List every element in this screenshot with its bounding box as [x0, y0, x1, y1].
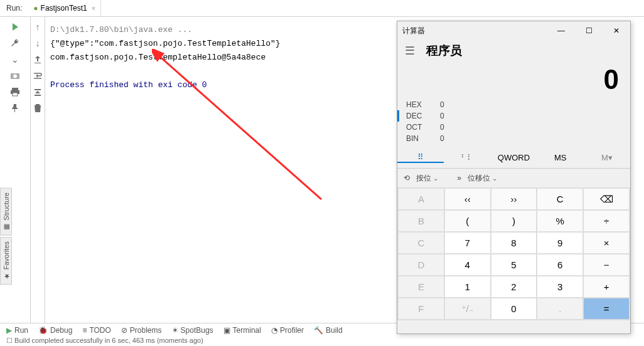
status-bar: ☐ Build completed successfully in 6 sec,… [0, 335, 644, 346]
svg-rect-4 [13, 93, 18, 96]
run-tab-icon: ● [33, 4, 38, 13]
hamburger-icon[interactable]: ☰ [405, 45, 415, 56]
key-B[interactable]: B [399, 211, 444, 231]
keypad: A ‹‹ ›› C ⌫ B ( ) % ÷ C 7 8 9 × D 4 5 6 … [397, 187, 630, 320]
wrench-icon[interactable] [10, 38, 20, 48]
printer-icon[interactable] [10, 87, 20, 97]
shift-icon: » [457, 174, 461, 182]
view-ms[interactable]: MS [537, 153, 584, 162]
key-lparen[interactable]: ( [445, 211, 490, 231]
bitwise-icon: ⟲ [404, 174, 410, 182]
export-icon[interactable] [33, 55, 43, 65]
number-bases: HEX0 DEC0 OCT0 BIN0 [397, 98, 630, 147]
base-bin[interactable]: BIN0 [406, 133, 621, 144]
base-hex[interactable]: HEX0 [406, 99, 621, 110]
run-gutter-secondary: ↑ ↓ [31, 17, 45, 327]
tool-problems[interactable]: ⊘Problems [121, 326, 162, 335]
key-7[interactable]: 7 [445, 233, 490, 253]
key-multiply[interactable]: × [584, 233, 629, 253]
key-D[interactable]: D [399, 254, 444, 275]
key-percent[interactable]: % [537, 211, 582, 231]
key-clear[interactable]: C [537, 189, 582, 209]
key-add[interactable]: + [584, 276, 629, 297]
maximize-button[interactable]: ☐ [575, 21, 603, 40]
rerun-icon[interactable] [10, 22, 20, 32]
console-line-exit-a: Process finished with exi [50, 80, 173, 90]
key-divide[interactable]: ÷ [584, 211, 629, 231]
calc-display: 0 [397, 59, 630, 98]
calculator-window[interactable]: 计算器 — ☐ ✕ ☰ 程序员 0 HEX0 DEC0 OCT0 BIN0 ⠿ … [397, 21, 631, 334]
bitwise-dropdown[interactable]: 按位 ⌄ [416, 173, 438, 184]
caret-down-icon[interactable]: ⌄ [10, 55, 20, 65]
run-panel-label: Run: [0, 4, 28, 13]
down-icon[interactable]: ↓ [33, 38, 43, 48]
key-3[interactable]: 3 [537, 276, 582, 297]
minimize-button[interactable]: — [547, 21, 575, 40]
trash-icon[interactable] [33, 103, 43, 113]
key-equals[interactable]: = [584, 298, 629, 319]
favorites-tool[interactable]: ★Favorites [0, 237, 12, 285]
scroll-end-icon[interactable] [33, 87, 43, 97]
key-rparen[interactable]: ) [491, 211, 537, 231]
key-backspace[interactable]: ⌫ [584, 189, 629, 209]
key-F[interactable]: F [399, 298, 444, 319]
key-rshift[interactable]: ›› [491, 189, 537, 209]
up-icon[interactable]: ↑ [33, 22, 43, 32]
calc-mode: 程序员 [426, 43, 462, 59]
svg-rect-2 [12, 88, 18, 90]
view-qword[interactable]: QWORD [490, 153, 537, 162]
key-lshift[interactable]: ‹‹ [445, 189, 490, 209]
base-dec[interactable]: DEC0 [397, 110, 621, 122]
base-oct[interactable]: OCT0 [406, 122, 621, 133]
tool-profiler[interactable]: ◔Profiler [271, 326, 304, 335]
key-dot[interactable]: . [537, 298, 582, 319]
key-2[interactable]: 2 [491, 276, 537, 297]
key-subtract[interactable]: − [584, 254, 629, 275]
key-9[interactable]: 9 [537, 233, 582, 253]
key-C-hex[interactable]: C [399, 233, 444, 253]
key-6[interactable]: 6 [537, 254, 582, 275]
tool-spotbugs[interactable]: ✶SpotBugs [172, 326, 213, 335]
structure-tool[interactable]: ▦Structure [0, 188, 12, 236]
run-tab[interactable]: ● FastjsonTest1 × [28, 0, 101, 16]
key-E[interactable]: E [399, 276, 444, 297]
key-A[interactable]: A [399, 189, 444, 209]
tool-debug[interactable]: 🐞Debug [38, 326, 72, 335]
tool-terminal[interactable]: ▣Terminal [223, 326, 261, 335]
console-line-cmd: D:\jdk1.7.80\bin\java.exe ... [50, 25, 192, 34]
tool-build[interactable]: 🔨Build [314, 326, 343, 335]
shift-dropdown[interactable]: 位移位 ⌄ [468, 173, 497, 184]
key-4[interactable]: 4 [445, 254, 490, 275]
camera-icon[interactable] [10, 71, 20, 81]
key-1[interactable]: 1 [445, 276, 490, 297]
view-mr[interactable]: M▾ [584, 153, 630, 162]
console-line-exit-b: code 0 [173, 80, 207, 90]
close-icon[interactable]: × [92, 4, 95, 12]
wrap-icon[interactable] [33, 71, 43, 81]
svg-point-1 [13, 75, 17, 78]
view-bits[interactable]: ⠃⠇ [444, 153, 490, 162]
key-8[interactable]: 8 [491, 233, 537, 253]
tool-todo[interactable]: ≡TODO [82, 326, 110, 335]
key-plusminus[interactable]: ⁺/₋ [445, 298, 490, 319]
close-button[interactable]: ✕ [603, 21, 630, 40]
tool-run[interactable]: ▶Run [6, 326, 28, 335]
run-tab-title: FastjsonTest1 [41, 4, 87, 13]
view-keypad[interactable]: ⠿ [397, 152, 444, 163]
pin-icon[interactable] [10, 103, 20, 113]
key-0[interactable]: 0 [491, 298, 537, 319]
key-5[interactable]: 5 [491, 254, 537, 275]
